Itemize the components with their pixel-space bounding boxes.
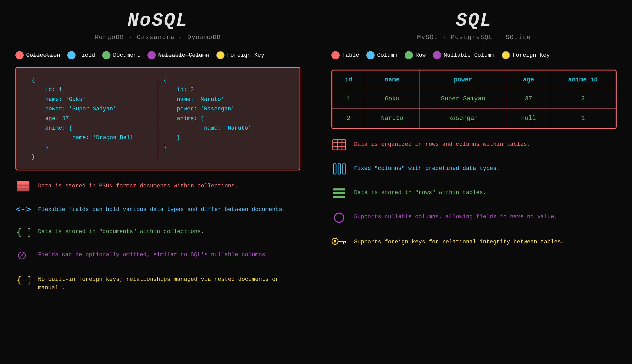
- no-fk-icon: { }: [15, 274, 31, 288]
- row-dot: [405, 51, 413, 59]
- fixed-cols-icon: [331, 163, 347, 178]
- legend-fk: Foreign Key: [216, 51, 264, 59]
- col-power: power: [419, 71, 507, 89]
- cell-2-anime-id: 1: [550, 109, 616, 128]
- feature-sql-fk: Supports foreign keys for relational int…: [331, 237, 617, 250]
- sql-title: SQL: [331, 10, 617, 31]
- cell-2-age: null: [507, 109, 550, 128]
- svg-point-22: [334, 240, 336, 243]
- feature-rows: Data is stored in "rows" within tables.: [331, 187, 617, 202]
- doc2-line: id: 2: [163, 85, 284, 94]
- doc2-line: anime: {: [163, 114, 284, 123]
- legend-column: Column: [366, 51, 397, 59]
- feature-no-fk: { } No built-in foreign keys; relationsh…: [15, 274, 300, 292]
- table-label: Table: [342, 52, 359, 59]
- col-name: name: [365, 71, 419, 89]
- column-dot: [366, 51, 375, 59]
- feature-sql-nullable: Supports nullable columns, allowing fiel…: [331, 212, 617, 227]
- sql-subtitle: MySQL · PostgreSQL · SQLite: [331, 34, 617, 41]
- feature-rows-cols: Data is organized in rows and columns wi…: [331, 139, 617, 154]
- rows-cols-icon: [331, 139, 347, 154]
- cell-2-name: Naruto: [365, 109, 419, 128]
- table-header-row: id name power age anime_id: [332, 71, 616, 89]
- svg-rect-24: [343, 242, 344, 244]
- legend-field: Field: [67, 51, 95, 59]
- sql-fk-icon: [331, 237, 347, 250]
- feature-flexible: <-> Flexible fields can hold various dat…: [15, 204, 300, 217]
- legend-document: Document: [102, 51, 140, 59]
- doc1-line: power: 'Super Saiyan': [32, 104, 153, 114]
- sql-nullable-label: Nullable Column: [444, 52, 495, 59]
- cell-2-id: 2: [332, 109, 365, 128]
- nosql-document-box: { id: 1 name: 'Goku' power: 'Super Saiya…: [15, 67, 300, 170]
- doc1-line: }: [32, 152, 153, 162]
- svg-rect-19: [333, 196, 345, 198]
- no-fk-text: No built-in foreign keys; relationships …: [38, 274, 300, 292]
- svg-rect-14: [333, 164, 336, 174]
- nullable-dot: [147, 51, 156, 59]
- doc1-line: }: [32, 143, 153, 152]
- rows-cols-text: Data is organized in rows and columns wi…: [354, 139, 531, 149]
- documents-icon: { }: [15, 226, 31, 240]
- flexible-icon: <->: [15, 204, 31, 217]
- nosql-title: NoSQL: [15, 10, 300, 31]
- sql-fk-dot: [502, 51, 510, 59]
- cell-1-power: Super Saiyan: [419, 89, 507, 109]
- rows-text: Data is stored in "rows" within tables.: [354, 187, 486, 197]
- svg-rect-17: [333, 188, 345, 190]
- svg-point-20: [334, 213, 344, 222]
- rows-icon: [331, 187, 347, 202]
- legend-sql-fk: Foreign Key: [502, 51, 550, 59]
- doc1: { id: 1 name: 'Goku' power: 'Super Saiya…: [26, 75, 158, 162]
- legend-sql-nullable: Nullable Column: [433, 51, 495, 59]
- sql-nullable-icon: [331, 212, 347, 227]
- feature-nullable: ∅ Fields can be optionally omitted, simi…: [15, 250, 300, 265]
- svg-rect-9: [333, 140, 346, 150]
- doc1-line: anime: {: [32, 123, 153, 133]
- col-age: age: [507, 71, 550, 89]
- table-row: 1 Goku Super Saiyan 37 2: [332, 89, 616, 109]
- svg-rect-3: [17, 186, 29, 187]
- sql-nullable-text: Supports nullable columns, allowing fiel…: [354, 212, 557, 221]
- documents-text: Data is stored in "documents" within col…: [38, 226, 204, 236]
- doc2-line: }: [163, 143, 284, 152]
- sql-fk-label: Foreign Key: [513, 52, 550, 59]
- field-dot: [67, 51, 76, 59]
- cell-1-id: 1: [332, 89, 365, 109]
- table-row: 2 Naruto Rasengan null 1: [332, 109, 616, 128]
- document-dot: [102, 51, 110, 59]
- collection-dot: [15, 51, 24, 59]
- legend-collection: Collection: [15, 51, 60, 59]
- doc2-line: }: [163, 133, 284, 142]
- sql-legend: Table Column Row Nullable Column Foreign…: [331, 51, 617, 59]
- fk-dot: [216, 51, 225, 59]
- legend-table: Table: [331, 51, 359, 59]
- sql-fk-text: Supports foreign keys for relational int…: [354, 237, 564, 246]
- field-label: Field: [78, 52, 95, 59]
- doc1-line: name: 'Goku': [32, 95, 153, 104]
- doc1-line: age: 37: [32, 114, 153, 123]
- sql-table-wrapper: id name power age anime_id 1 Goku Super …: [331, 70, 617, 129]
- doc2-line: {: [163, 75, 284, 85]
- doc1-line: name: 'Dragon Ball': [32, 133, 153, 142]
- fixed-cols-text: Fixed "columns" with predefined data typ…: [354, 163, 500, 173]
- svg-text:{ }: { }: [16, 227, 30, 237]
- cell-1-age: 37: [507, 89, 550, 109]
- row-label: Row: [415, 52, 426, 59]
- svg-rect-16: [343, 164, 345, 174]
- document-label: Document: [113, 52, 140, 59]
- svg-rect-2: [17, 184, 29, 185]
- nosql-legend: Collection Field Document Nullable Colum…: [15, 51, 300, 59]
- svg-rect-18: [333, 192, 345, 194]
- svg-text:{ }: { }: [16, 274, 30, 284]
- sql-section: SQL MySQL · PostgreSQL · SQLite Table Co…: [316, 0, 632, 364]
- svg-text:∅: ∅: [17, 250, 27, 261]
- flexible-text: Flexible fields can hold various data ty…: [38, 204, 286, 214]
- legend-nullable: Nullable Column: [147, 51, 209, 59]
- feature-bson: Data is stored in BSON-format documents …: [15, 181, 300, 195]
- doc2-line: name: 'Naruto': [163, 123, 284, 133]
- col-id: id: [332, 71, 365, 89]
- bson-icon: [15, 181, 31, 195]
- collection-label: Collection: [26, 52, 60, 59]
- svg-rect-23: [338, 241, 346, 242]
